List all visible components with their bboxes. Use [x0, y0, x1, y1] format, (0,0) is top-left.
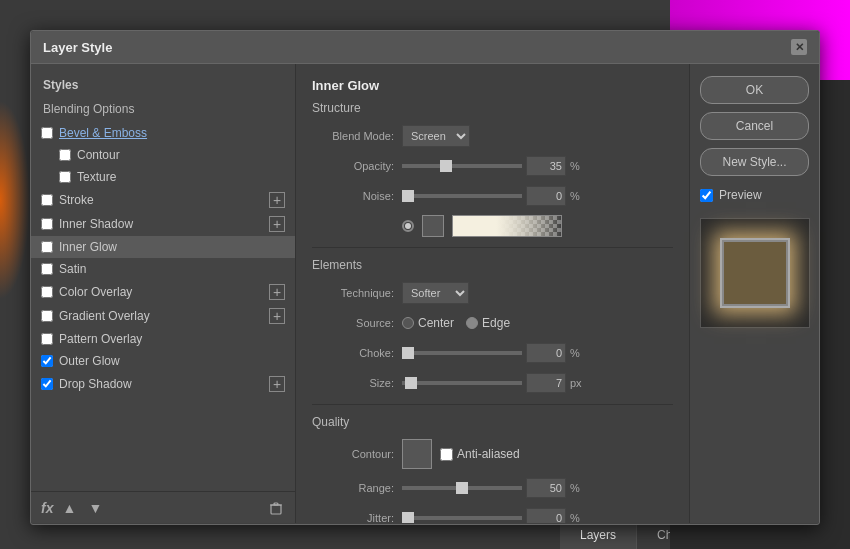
style-item-outer-glow[interactable]: Outer Glow [31, 350, 295, 372]
style-item-bevel[interactable]: Bevel & Emboss [31, 122, 295, 144]
size-label: Size: [312, 377, 402, 389]
noise-label: Noise: [312, 190, 402, 202]
color-radio[interactable] [402, 220, 414, 232]
divider-2 [312, 404, 673, 405]
contour-preview[interactable] [402, 439, 432, 469]
choke-row: Choke: % [312, 342, 673, 364]
gradient-overlay-add-btn[interactable]: + [269, 308, 285, 324]
contour-controls: Anti-aliased [402, 439, 520, 469]
pattern-overlay-label[interactable]: Pattern Overlay [59, 332, 285, 346]
inner-glow-label[interactable]: Inner Glow [59, 240, 285, 254]
drop-shadow-add-btn[interactable]: + [269, 376, 285, 392]
size-slider-container: px [402, 373, 673, 393]
noise-input[interactable] [526, 186, 566, 206]
choke-input[interactable] [526, 343, 566, 363]
jitter-slider[interactable] [402, 516, 522, 520]
inner-glow-checkbox[interactable] [41, 241, 53, 253]
close-button[interactable]: ✕ [791, 39, 807, 55]
satin-label[interactable]: Satin [59, 262, 285, 276]
delete-btn[interactable] [266, 498, 286, 518]
range-slider[interactable] [402, 486, 522, 490]
gradient-overlay-checkbox[interactable] [41, 310, 53, 322]
bevel-checkbox[interactable] [41, 127, 53, 139]
svg-rect-0 [271, 505, 281, 514]
style-item-inner-glow[interactable]: Inner Glow [31, 236, 295, 258]
outer-glow-label[interactable]: Outer Glow [59, 354, 285, 368]
choke-label: Choke: [312, 347, 402, 359]
opacity-input[interactable] [526, 156, 566, 176]
opacity-unit: % [570, 160, 586, 172]
new-style-btn[interactable]: New Style... [700, 148, 809, 176]
preview-square [720, 238, 790, 308]
color-overlay-add-btn[interactable]: + [269, 284, 285, 300]
center-label: Center [418, 316, 454, 330]
style-item-pattern-overlay[interactable]: Pattern Overlay [31, 328, 295, 350]
preview-check-row: Preview [700, 188, 809, 202]
move-up-btn[interactable]: ▲ [59, 498, 79, 518]
blend-mode-label: Blend Mode: [312, 130, 402, 142]
main-content: Inner Glow Structure Blend Mode: Screen … [296, 64, 689, 523]
source-center-option[interactable]: Center [402, 316, 454, 330]
color-swatch[interactable] [422, 215, 444, 237]
opacity-label: Opacity: [312, 160, 402, 172]
style-item-drop-shadow[interactable]: Drop Shadow + [31, 372, 295, 396]
blend-heading[interactable]: Blending Options [31, 98, 295, 122]
drop-shadow-label[interactable]: Drop Shadow [59, 377, 265, 391]
drop-shadow-checkbox[interactable] [41, 378, 53, 390]
style-item-contour[interactable]: Contour [31, 144, 295, 166]
anti-alias-label[interactable]: Anti-aliased [440, 447, 520, 461]
anti-alias-checkbox[interactable] [440, 448, 453, 461]
size-input[interactable] [526, 373, 566, 393]
opacity-slider[interactable] [402, 164, 522, 168]
satin-checkbox[interactable] [41, 263, 53, 275]
color-row [312, 215, 673, 237]
gradient-overlay-label[interactable]: Gradient Overlay [59, 309, 265, 323]
outer-glow-checkbox[interactable] [41, 355, 53, 367]
pattern-overlay-checkbox[interactable] [41, 333, 53, 345]
contour-label[interactable]: Contour [77, 148, 285, 162]
technique-label: Technique: [312, 287, 402, 299]
source-edge-option[interactable]: Edge [466, 316, 510, 330]
color-overlay-checkbox[interactable] [41, 286, 53, 298]
style-item-color-overlay[interactable]: Color Overlay + [31, 280, 295, 304]
divider-1 [312, 247, 673, 248]
inner-shadow-add-btn[interactable]: + [269, 216, 285, 232]
size-row: Size: px [312, 372, 673, 394]
texture-label[interactable]: Texture [77, 170, 285, 184]
source-row: Source: Center Edge [312, 312, 673, 334]
bevel-label[interactable]: Bevel & Emboss [59, 126, 285, 140]
source-label: Source: [312, 317, 402, 329]
size-slider[interactable] [402, 381, 522, 385]
fx-icon[interactable]: fx [41, 500, 53, 516]
stroke-add-btn[interactable]: + [269, 192, 285, 208]
style-item-inner-shadow[interactable]: Inner Shadow + [31, 212, 295, 236]
move-down-btn[interactable]: ▼ [85, 498, 105, 518]
inner-shadow-checkbox[interactable] [41, 218, 53, 230]
style-item-stroke[interactable]: Stroke + [31, 188, 295, 212]
contour-row: Contour: Anti-aliased [312, 439, 673, 469]
technique-select[interactable]: Softer Precise [402, 282, 469, 304]
choke-slider[interactable] [402, 351, 522, 355]
noise-slider[interactable] [402, 194, 522, 198]
stroke-checkbox[interactable] [41, 194, 53, 206]
stroke-label[interactable]: Stroke [59, 193, 265, 207]
style-item-texture[interactable]: Texture [31, 166, 295, 188]
range-input[interactable] [526, 478, 566, 498]
cancel-btn[interactable]: Cancel [700, 112, 809, 140]
dialog-body: Styles Blending Options Bevel & Emboss C… [31, 64, 819, 523]
inner-shadow-label[interactable]: Inner Shadow [59, 217, 265, 231]
style-item-satin[interactable]: Satin [31, 258, 295, 280]
ok-btn[interactable]: OK [700, 76, 809, 104]
preview-checkbox[interactable] [700, 189, 713, 202]
center-radio[interactable] [402, 317, 414, 329]
jitter-input[interactable] [526, 508, 566, 523]
noise-unit: % [570, 190, 586, 202]
contour-checkbox[interactable] [59, 149, 71, 161]
color-overlay-label[interactable]: Color Overlay [59, 285, 265, 299]
edge-radio[interactable] [466, 317, 478, 329]
blend-mode-select[interactable]: Screen Normal Multiply [402, 125, 470, 147]
texture-checkbox[interactable] [59, 171, 71, 183]
gradient-preview[interactable] [452, 215, 562, 237]
style-item-gradient-overlay[interactable]: Gradient Overlay + [31, 304, 295, 328]
right-panel: OK Cancel New Style... Preview [689, 64, 819, 523]
